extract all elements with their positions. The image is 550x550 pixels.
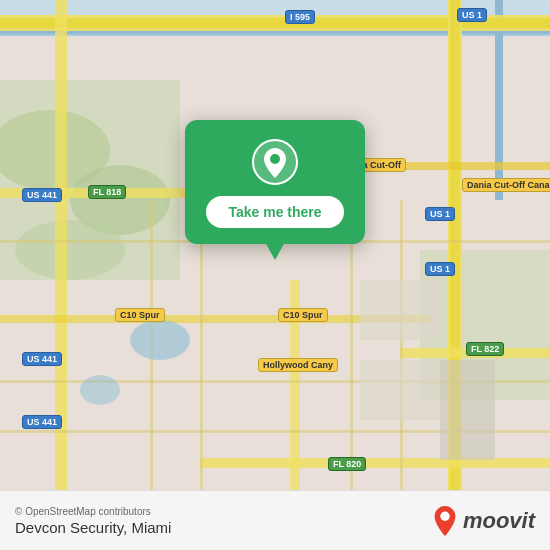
road-label-us1-top: US 1 — [457, 8, 487, 22]
road-label-us1-mid: US 1 — [425, 207, 455, 221]
road-label-fl818: FL 818 — [88, 185, 126, 199]
map-container: I 595 US 1 FL 818 US 441 US 1 US 1 Dania… — [0, 0, 550, 490]
popup-card: Take me there — [185, 120, 365, 244]
svg-point-31 — [130, 320, 190, 360]
road-label-i595: I 595 — [285, 10, 315, 24]
svg-rect-29 — [360, 360, 440, 420]
road-label-c10spur-r: C10 Spur — [278, 308, 328, 322]
location-pin-icon — [251, 138, 299, 186]
road-label-us441-bot1: US 441 — [22, 352, 62, 366]
location-name: Devcon Security, Miami — [15, 519, 171, 536]
road-label-us1-mid2: US 1 — [425, 262, 455, 276]
svg-rect-27 — [400, 200, 403, 490]
road-label-dania2: Dania Cut-Off Cana — [462, 178, 550, 192]
bottom-info: © OpenStreetMap contributors Devcon Secu… — [15, 506, 171, 536]
svg-point-32 — [80, 375, 120, 405]
svg-rect-19 — [200, 458, 550, 468]
svg-point-34 — [270, 154, 280, 164]
road-label-hollywood: Hollywood Cany — [258, 358, 338, 372]
road-label-us441-bot2: US 441 — [22, 415, 62, 429]
take-me-there-button[interactable]: Take me there — [206, 196, 343, 228]
svg-point-6 — [15, 220, 125, 280]
road-label-fl822: FL 822 — [466, 342, 504, 356]
bottom-bar: © OpenStreetMap contributors Devcon Secu… — [0, 490, 550, 550]
svg-rect-28 — [360, 280, 440, 340]
road-label-us441-mid: US 441 — [22, 188, 62, 202]
road-label-c10spur-l: C10 Spur — [115, 308, 165, 322]
road-label-fl820: FL 820 — [328, 457, 366, 471]
moovit-logo: moovit — [431, 504, 535, 538]
moovit-pin-icon — [431, 504, 459, 538]
svg-rect-30 — [440, 360, 495, 460]
svg-point-35 — [440, 511, 449, 520]
attribution-text: © OpenStreetMap contributors — [15, 506, 171, 517]
moovit-text: moovit — [463, 508, 535, 534]
